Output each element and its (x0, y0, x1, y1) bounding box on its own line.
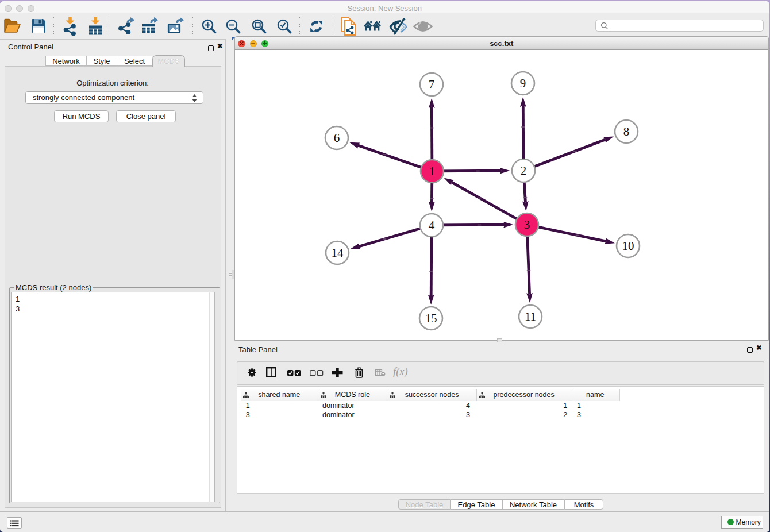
svg-text:10: 10 (622, 239, 634, 253)
svg-text:4: 4 (429, 218, 435, 232)
svg-text:3: 3 (524, 218, 530, 232)
svg-text:7: 7 (429, 78, 435, 91)
svg-text:15: 15 (425, 311, 437, 325)
svg-text:11: 11 (525, 310, 536, 323)
svg-text:14: 14 (332, 246, 344, 260)
svg-text:2: 2 (521, 164, 527, 178)
svg-text:8: 8 (623, 125, 630, 138)
svg-text:6: 6 (334, 131, 340, 145)
svg-text:1: 1 (429, 164, 436, 178)
svg-text:9: 9 (520, 76, 526, 90)
